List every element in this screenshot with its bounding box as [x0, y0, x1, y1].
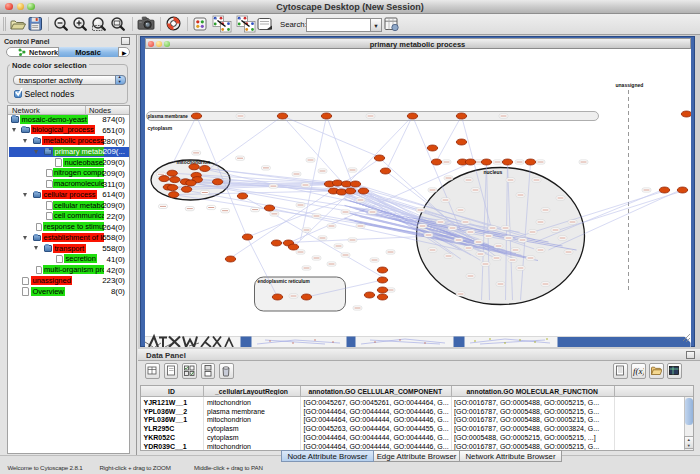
svg-text:f(x): f(x) — [633, 366, 644, 376]
svg-text:endoplasmic reticulum: endoplasmic reticulum — [257, 279, 309, 284]
svg-text:unassigned: unassigned — [615, 82, 643, 88]
svg-text:cytoplasm: cytoplasm — [147, 125, 172, 131]
svg-text:plasma membrane: plasma membrane — [147, 114, 188, 119]
svg-text:nucleus: nucleus — [483, 169, 502, 175]
